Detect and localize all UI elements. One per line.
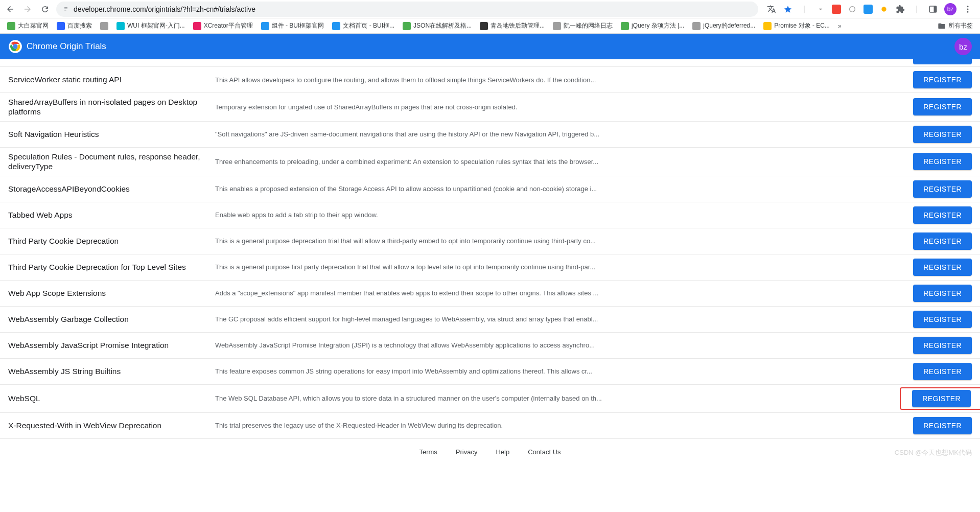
- bookmark-favicon-icon: [116, 22, 125, 30]
- register-button[interactable]: REGISTER: [913, 311, 972, 328]
- reload-button[interactable]: [39, 3, 51, 15]
- bookmark-item[interactable]: 大白菜官网: [4, 20, 52, 32]
- star-icon[interactable]: [783, 4, 793, 14]
- bookmark-item[interactable]: XCreator平台管理: [190, 20, 256, 32]
- trial-name[interactable]: Web App Scope Extensions: [8, 288, 215, 298]
- bookmark-item[interactable]: jQuery 杂项方法 |...: [618, 20, 687, 32]
- trial-description: This is a general purpose deprecation tr…: [215, 237, 913, 245]
- trial-row: Soft Navigation Heuristics"Soft navigati…: [0, 122, 980, 148]
- trial-name[interactable]: StorageAccessAPIBeyondCookies: [8, 184, 215, 194]
- trial-name[interactable]: WebAssembly JS String Builtins: [8, 366, 215, 376]
- app-header: Chrome Origin Trials bz: [0, 34, 980, 59]
- trial-name[interactable]: Third Party Cookie Deprecation: [8, 236, 215, 246]
- profile-avatar[interactable]: bz: [954, 38, 972, 55]
- ext1-icon[interactable]: [815, 4, 826, 14]
- bookmark-item[interactable]: JSON在线解析及格...: [400, 20, 475, 32]
- ext5-icon[interactable]: [879, 4, 889, 14]
- register-button[interactable]: REGISTER: [913, 71, 972, 88]
- register-button[interactable]: REGISTER: [913, 363, 972, 380]
- trial-description: This feature exposes common JS string op…: [215, 367, 913, 375]
- trial-description: The GC proposal adds efficient support f…: [215, 315, 913, 323]
- ext2-icon[interactable]: [832, 5, 841, 14]
- register-button[interactable]: REGISTER: [913, 232, 972, 250]
- bookmarks-overflow[interactable]: »: [835, 22, 845, 30]
- trial-description: Temporary extension for ungated use of S…: [215, 103, 913, 111]
- bookmark-favicon-icon: [480, 22, 488, 30]
- bookmark-item[interactable]: 百度搜索: [54, 20, 95, 32]
- register-button[interactable]: REGISTER: [912, 390, 971, 407]
- all-bookmarks[interactable]: 所有书签: [935, 20, 976, 32]
- trial-name[interactable]: ServiceWorker static routing API: [8, 75, 215, 84]
- sidepanel-icon[interactable]: [928, 4, 938, 14]
- translate-icon[interactable]: [766, 4, 777, 14]
- menu-icon[interactable]: [963, 4, 973, 14]
- trial-name[interactable]: Tabbed Web Apps: [8, 210, 215, 220]
- trial-name[interactable]: Third Party Cookie Deprecation for Top L…: [8, 262, 215, 272]
- trial-row: Speculation Rules - Document rules, resp…: [0, 148, 980, 176]
- bookmark-label: XCreator平台管理: [204, 21, 253, 30]
- register-button[interactable]: REGISTER: [913, 417, 972, 434]
- footer-contact[interactable]: Contact Us: [528, 448, 561, 456]
- trials-list: REGISTERServiceWorker static routing API…: [0, 59, 980, 439]
- trial-name[interactable]: WebSQL: [8, 393, 215, 403]
- bookmark-label: jQuery 杂项方法 |...: [632, 21, 684, 30]
- trial-name[interactable]: WebAssembly JavaScript Promise Integrati…: [8, 340, 215, 350]
- footer-help[interactable]: Help: [496, 448, 509, 456]
- bookmark-label: WUI 框架官网-入门...: [127, 21, 185, 30]
- svg-point-5: [967, 8, 969, 10]
- register-button[interactable]: REGISTER: [913, 206, 972, 224]
- bookmark-label: Promise 对象 - EC...: [774, 21, 830, 30]
- back-button[interactable]: [4, 3, 16, 15]
- register-button[interactable]: REGISTER: [913, 337, 972, 354]
- bookmark-label: 文档首页 - BUI框...: [343, 21, 394, 30]
- trial-row: REGISTER: [0, 59, 980, 67]
- forward-button[interactable]: [21, 3, 34, 15]
- bookmark-label: JSON在线解析及格...: [413, 21, 472, 30]
- trial-row: WebAssembly JavaScript Promise Integrati…: [0, 333, 980, 359]
- profile-avatar-small[interactable]: bz: [944, 3, 956, 15]
- bookmark-item[interactable]: Promise 对象 - EC...: [760, 20, 833, 32]
- bookmark-item[interactable]: 文档首页 - BUI框...: [329, 20, 398, 32]
- trial-row: WebAssembly JS String BuiltinsThis featu…: [0, 359, 980, 385]
- bookmark-item[interactable]: 组件 - BUI框架官网: [258, 20, 328, 32]
- ext3-icon[interactable]: [847, 4, 857, 14]
- bookmark-label: 阮一峰的网络日志: [564, 21, 613, 30]
- bookmark-favicon-icon: [332, 22, 340, 30]
- bookmark-item[interactable]: 青岛地铁后勤管理...: [477, 20, 548, 32]
- extensions-icon[interactable]: [895, 4, 905, 14]
- register-button[interactable]: REGISTER: [913, 126, 972, 143]
- ext4-icon[interactable]: [864, 5, 873, 14]
- trial-name[interactable]: X-Requested-With in WebView Deprecation: [8, 421, 215, 430]
- trial-row: ServiceWorker static routing APIThis API…: [0, 67, 980, 93]
- trial-description: WebAssembly JavaScript Promise Integrati…: [215, 341, 913, 349]
- bookmark-item[interactable]: WUI 框架官网-入门...: [113, 20, 188, 32]
- all-bookmarks-label: 所有书签: [948, 21, 973, 30]
- register-button[interactable]: REGISTER: [913, 180, 972, 198]
- bookmark-label: 组件 - BUI框架官网: [272, 21, 324, 30]
- trial-name[interactable]: SharedArrayBuffers in non-isolated pages…: [8, 97, 215, 117]
- register-button[interactable]: REGISTER: [913, 153, 972, 170]
- svg-point-0: [850, 6, 855, 12]
- register-button[interactable]: REGISTER: [913, 59, 972, 64]
- register-button[interactable]: REGISTER: [913, 285, 972, 302]
- trial-description: Enable web apps to add a tab strip to th…: [215, 211, 913, 219]
- site-info-icon[interactable]: [62, 6, 69, 13]
- bookmark-favicon-icon: [100, 22, 108, 30]
- browser-toolbar: developer.chrome.com/origintrials/?hl=zh…: [0, 0, 980, 18]
- trial-description: Three enhancements to preloading, under …: [215, 158, 913, 166]
- trial-name[interactable]: Soft Navigation Heuristics: [8, 129, 215, 139]
- footer: Terms Privacy Help Contact Us CSDN @今天也想…: [0, 439, 980, 458]
- register-button[interactable]: REGISTER: [913, 259, 972, 276]
- trial-name[interactable]: Speculation Rules - Document rules, resp…: [8, 152, 215, 172]
- footer-privacy[interactable]: Privacy: [456, 448, 478, 456]
- trial-description: This enables a proposed extension of the…: [215, 185, 913, 193]
- address-bar[interactable]: developer.chrome.com/origintrials/?hl=zh…: [56, 2, 758, 17]
- register-button[interactable]: REGISTER: [913, 98, 972, 115]
- bookmark-item[interactable]: jQuery的deferred...: [689, 20, 758, 32]
- bookmark-label: 百度搜索: [67, 21, 92, 30]
- trial-row: Web App Scope ExtensionsAdds a "scope_ex…: [0, 281, 980, 307]
- bookmark-item[interactable]: [97, 20, 111, 32]
- footer-terms[interactable]: Terms: [419, 448, 437, 456]
- trial-name[interactable]: WebAssembly Garbage Collection: [8, 314, 215, 324]
- bookmark-item[interactable]: 阮一峰的网络日志: [550, 20, 616, 32]
